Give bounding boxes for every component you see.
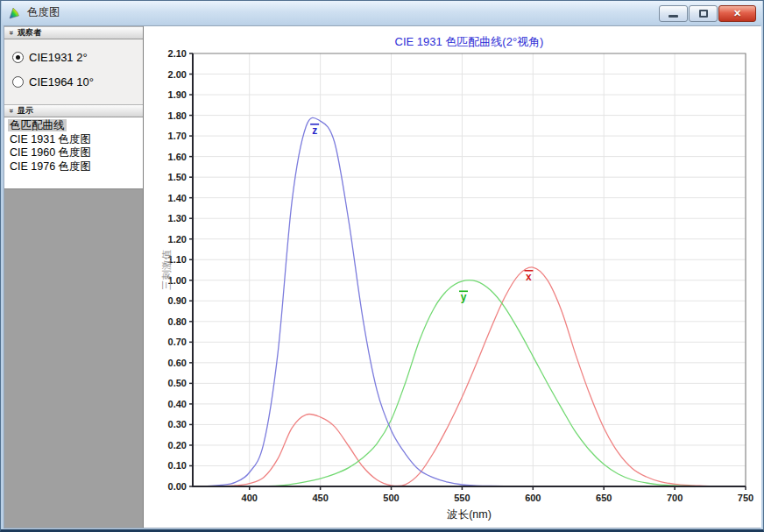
- display-header-label: 显示: [18, 105, 33, 117]
- y-tick-label: 0.70: [168, 337, 187, 347]
- list-item-label: 色匹配曲线: [8, 119, 67, 131]
- y-axis-label: 三刺激值: [161, 250, 172, 291]
- list-item-cie1960-diagram[interactable]: CIE 1960 色度图: [4, 146, 143, 160]
- close-icon: ✕: [733, 9, 741, 18]
- y-tick-label: 0.90: [168, 295, 187, 306]
- sidebar-empty-area: [4, 189, 143, 528]
- radio-label-cie1964: CIE1964 10°: [29, 75, 94, 89]
- y-tick-label: 0.80: [168, 316, 187, 327]
- curve-label-z: z: [312, 124, 317, 137]
- x-tick-label: 750: [738, 493, 753, 503]
- list-item-cmf-curves[interactable]: 色匹配曲线: [4, 119, 143, 133]
- collapse-icon: »: [7, 31, 15, 35]
- x-axis-label: 波长(nm): [446, 508, 492, 521]
- radio-cie1931-2deg[interactable]: CIE1931 2°: [12, 51, 135, 64]
- y-tick-label: 1.20: [168, 234, 187, 245]
- maximize-icon: [699, 10, 708, 18]
- app-icon: [7, 5, 23, 21]
- list-item-cie1976-diagram[interactable]: CIE 1976 色度图: [4, 160, 143, 174]
- curve-z: [193, 117, 746, 486]
- observer-header-label: 观察者: [18, 27, 41, 39]
- sidebar: » 观察者 CIE1931 2° CIE1964 10° » 显示: [4, 26, 144, 528]
- observer-options-panel: CIE1931 2° CIE1964 10°: [4, 39, 143, 104]
- radio-unselected-icon: [12, 76, 24, 88]
- y-tick-label: 2.10: [168, 48, 187, 59]
- cmf-chart: 4004505005506006507007500.000.100.200.30…: [144, 26, 761, 530]
- y-tick-label: 1.50: [168, 172, 187, 182]
- minimize-icon: [668, 15, 678, 18]
- list-item-label: CIE 1931 色度图: [8, 133, 93, 145]
- y-tick-label: 0.20: [168, 440, 187, 450]
- minimize-button[interactable]: [659, 5, 688, 22]
- y-tick-label: 0.30: [168, 419, 187, 429]
- list-item-label: CIE 1976 色度图: [8, 160, 93, 173]
- curve-label-x: x: [526, 271, 532, 283]
- curve-label-y: y: [461, 291, 467, 303]
- x-tick-label: 700: [667, 493, 683, 503]
- curve-x: [193, 267, 746, 486]
- y-tick-label: 0.10: [168, 460, 187, 471]
- close-button[interactable]: ✕: [718, 5, 756, 22]
- collapse-icon: »: [7, 109, 15, 113]
- x-tick-label: 500: [383, 493, 399, 503]
- y-tick-label: 0.60: [168, 358, 187, 368]
- radio-selected-icon: [12, 52, 24, 63]
- observer-section-header[interactable]: » 观察者: [4, 26, 143, 39]
- plot-frame: [193, 53, 746, 486]
- y-tick-label: 2.00: [168, 69, 187, 80]
- y-tick-label: 1.80: [168, 110, 187, 121]
- y-tick-label: 0.00: [168, 481, 187, 492]
- radio-label-cie1931: CIE1931 2°: [29, 51, 88, 64]
- titlebar[interactable]: 色度图 ✕: [2, 1, 762, 25]
- maximize-button[interactable]: [689, 5, 718, 22]
- y-tick-label: 1.60: [168, 152, 187, 162]
- y-tick-label: 1.40: [168, 193, 187, 203]
- x-tick-label: 450: [312, 493, 328, 503]
- x-tick-label: 550: [454, 493, 470, 503]
- display-listbox: 色匹配曲线 CIE 1931 色度图 CIE 1960 色度图 CIE 1976…: [4, 117, 143, 189]
- window-controls: ✕: [659, 5, 756, 22]
- x-tick-label: 600: [525, 493, 541, 503]
- x-tick-label: 400: [242, 493, 258, 503]
- list-item-label: CIE 1960 色度图: [8, 146, 93, 159]
- y-tick-label: 0.40: [168, 399, 187, 409]
- window-body: » 观察者 CIE1931 2° CIE1964 10° » 显示: [4, 25, 760, 528]
- chart-panel: 4004505005506006507007500.000.100.200.30…: [144, 26, 761, 528]
- y-tick-label: 1.90: [168, 89, 187, 100]
- list-item-cie1931-diagram[interactable]: CIE 1931 色度图: [4, 133, 143, 147]
- app-window: 色度图 ✕ » 观察者 CIE1931 2°: [0, 0, 764, 532]
- radio-cie1964-10deg[interactable]: CIE1964 10°: [12, 75, 135, 89]
- y-tick-label: 1.30: [168, 213, 187, 223]
- y-tick-label: 0.50: [168, 378, 187, 388]
- x-tick-label: 650: [596, 493, 612, 503]
- window-title: 色度图: [27, 5, 60, 20]
- y-tick-label: 1.70: [168, 131, 187, 141]
- chart-title: CIE 1931 色匹配曲线(2°视角): [395, 35, 544, 48]
- display-section-header[interactable]: » 显示: [4, 104, 143, 117]
